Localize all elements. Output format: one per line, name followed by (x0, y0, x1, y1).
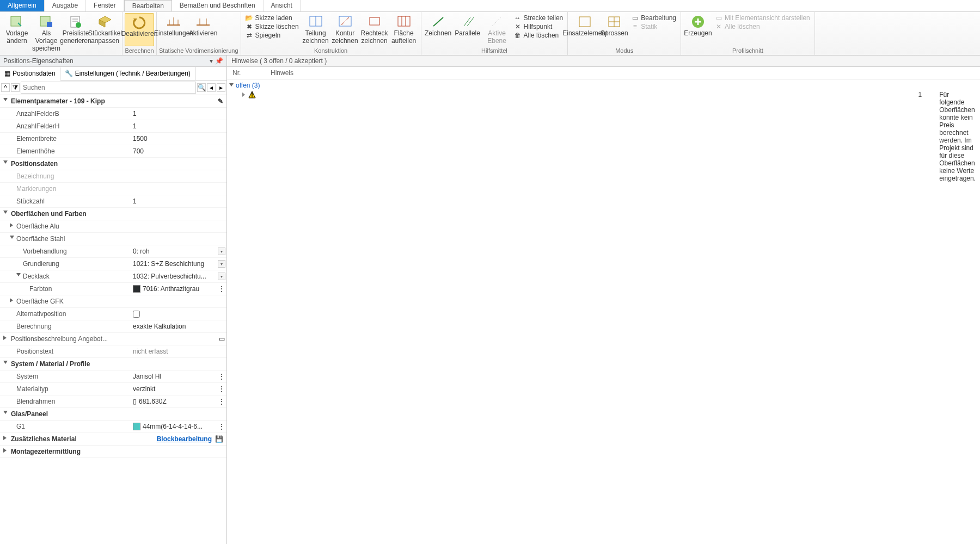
more-icon[interactable]: ⋮ (218, 398, 225, 405)
skizze-laden-button[interactable]: 📂Skizze laden (246, 14, 299, 22)
blockbearbeitung-link[interactable]: Blockbearbeitung (157, 435, 212, 443)
value-stueckzahl[interactable]: 1 (131, 195, 226, 207)
division-draw-icon (308, 14, 324, 29)
filter-button[interactable]: ⧩ (11, 83, 20, 92)
value-markierungen[interactable] (131, 183, 226, 195)
panel-pin-icon[interactable]: ▾📌 (210, 57, 223, 65)
value-elementhoehe[interactable]: 700 (131, 145, 226, 157)
vorlage-aendern-button[interactable]: Vorlage ändern (2, 13, 32, 53)
value-g1[interactable]: 44mm(6-14-4-14-6... (131, 421, 217, 432)
value-anzahlfelderb[interactable]: 1 (131, 108, 226, 120)
stueckartikel-anpassen-button[interactable]: Stückartikel anpassen (90, 13, 120, 53)
bearbeitung-button[interactable]: ▭Bearbeitung (631, 14, 676, 22)
flaeche-aufteilen-button[interactable]: Fläche aufteilen (389, 13, 419, 46)
aktive-ebene-button[interactable]: Aktive Ebene (482, 13, 512, 46)
zeichnen-button[interactable]: Zeichnen (424, 13, 453, 46)
alternativposition-checkbox[interactable] (133, 311, 140, 318)
nav-right-button[interactable]: ▸ (217, 83, 225, 92)
value-materialtyp[interactable]: verzinkt (131, 383, 217, 395)
statik-button[interactable]: ≡Statik (631, 23, 676, 30)
value-berechnung[interactable]: exakte Kalkulation (131, 320, 226, 332)
value-elementbreite[interactable]: 1500 (131, 133, 226, 145)
hint-row[interactable]: ! 1 Für folgende Oberflächen konnte kein… (231, 90, 976, 544)
collapse-button[interactable]: ^ (1, 83, 10, 92)
expand-icon[interactable] (242, 92, 245, 97)
value-decklack[interactable]: 1032: Pulverbeschichtu... (131, 270, 217, 282)
dropdown-icon[interactable] (218, 248, 225, 255)
hints-group-offen[interactable]: offen (3) (231, 81, 976, 90)
tab-ansicht[interactable]: Ansicht (264, 0, 301, 11)
hint-num: 1 (918, 91, 926, 98)
label: Deaktivieren (121, 30, 158, 38)
spiegeln-button[interactable]: ⇄Spiegeln (246, 32, 299, 39)
more-icon[interactable]: ⋮ (218, 373, 225, 380)
activate-bridge-icon (195, 14, 211, 29)
more-icon[interactable]: ⋮ (218, 423, 225, 430)
skizze-loeschen-button[interactable]: ✖Skizze löschen (246, 23, 299, 30)
alle-loeschen-profil-button[interactable]: ✕Alle löschen (715, 23, 810, 30)
label-decklack[interactable]: Decklack (0, 270, 131, 282)
rechteck-zeichnen-button[interactable]: Rechteck zeichnen (360, 13, 389, 46)
hilfspunkt-button[interactable]: ✕Hilfspunkt (514, 23, 564, 30)
search-input[interactable] (21, 82, 196, 94)
section-glas[interactable]: Glas/Paneel (0, 408, 226, 421)
section-oberflaechen[interactable]: Oberflächen und Farben (0, 208, 226, 220)
als-vorlage-speichern-button[interactable]: Als Vorlage speichern (32, 13, 61, 53)
label-oberflaeche-alu[interactable]: Oberfläche Alu (0, 220, 131, 232)
kontur-zeichnen-button[interactable]: Kontur zeichnen (330, 13, 360, 46)
value-alternativposition[interactable] (131, 308, 226, 320)
value-blendrahmen[interactable]: ▯681.630Z (131, 395, 217, 407)
mit-elementansicht-button[interactable]: ▭Mit Elementansicht darstellen (715, 14, 810, 22)
einstellungen-button[interactable]: Einstellungen (159, 13, 188, 46)
tab-ausgabe[interactable]: Ausgabe (45, 0, 86, 11)
value-vorbehandlung[interactable]: 0: roh (131, 245, 217, 257)
parallele-button[interactable]: Parallele (453, 13, 482, 46)
tab-allgemein[interactable]: Allgemein (0, 0, 45, 11)
more-icon[interactable]: ▭ (219, 335, 225, 343)
group-label-profilschnitt: Profilschnitt (683, 46, 812, 55)
value-anzahlfelderh[interactable]: 1 (131, 120, 226, 132)
label-positionsbeschreibung[interactable]: Positionsbeschreibung Angebot... (0, 333, 131, 345)
nav-left-button[interactable]: ◂ (207, 83, 216, 92)
aktivieren-button[interactable]: Aktivieren (188, 13, 218, 46)
preisliste-generieren-button[interactable]: Preisliste generieren (61, 13, 90, 53)
statik-icon: ≡ (631, 23, 639, 30)
dropdown-icon[interactable] (218, 260, 225, 268)
tab-fenster[interactable]: Fenster (86, 0, 124, 11)
panel-tab-positionsdaten[interactable]: ▦Positionsdaten (0, 67, 60, 81)
value-bezeichnung[interactable] (131, 170, 226, 182)
value-grundierung[interactable]: 1021: S+Z Beschichtung (131, 258, 217, 270)
svg-rect-20 (370, 17, 379, 25)
section-system[interactable]: System / Material / Profile (0, 358, 226, 370)
label-elementhoehe: Elementhöhe (0, 145, 131, 157)
section-zusaetzliches[interactable]: Zusätzliches MaterialBlockbearbeitung💾 (0, 433, 226, 446)
dropdown-icon[interactable] (218, 273, 225, 280)
sprossen-button[interactable]: Sprossen (599, 13, 629, 46)
tab-bearbeiten[interactable]: Bearbeiten (124, 0, 172, 11)
label: Aktive Ebene (483, 30, 511, 45)
teilung-zeichnen-button[interactable]: Teilung zeichnen (301, 13, 330, 46)
label-oberflaeche-stahl[interactable]: Oberfläche Stahl (0, 233, 131, 245)
section-montage[interactable]: Montagezeitermittlung (0, 446, 226, 458)
svg-line-26 (467, 17, 474, 26)
strecke-teilen-button[interactable]: ↔Strecke teilen (514, 14, 564, 22)
value-system[interactable]: Janisol HI (131, 370, 217, 382)
save-icon[interactable]: 💾 (215, 435, 223, 443)
search-button[interactable]: 🔍 (197, 83, 206, 92)
einsatzelement-button[interactable]: Einsatzelement (570, 13, 599, 46)
value-farbton[interactable]: 7016: Anthrazitgrau (131, 283, 217, 295)
pricelist-icon (68, 14, 84, 29)
edit-icon[interactable]: ✎ (218, 97, 223, 105)
deaktivieren-button[interactable]: Deaktivieren (125, 13, 154, 46)
section-elementparameter[interactable]: Elementparameter - 109 - Kipp✎ (0, 95, 226, 108)
more-icon[interactable]: ⋮ (218, 385, 225, 393)
value-positionstext[interactable]: nicht erfasst (131, 345, 226, 357)
label-oberflaeche-gfk[interactable]: Oberfläche GFK (0, 295, 131, 307)
section-positionsdaten[interactable]: Positionsdaten (0, 158, 226, 170)
erzeugen-button[interactable]: Erzeugen (683, 13, 713, 46)
panel-tab-einstellungen[interactable]: 🔧Einstellungen (Technik / Bearbeitungen) (60, 67, 195, 80)
label-vorbehandlung: Vorbehandlung (0, 245, 131, 257)
more-icon[interactable]: ⋮ (218, 285, 225, 293)
tab-bemassen[interactable]: Bemaßen und Beschriften (172, 0, 264, 11)
alle-loeschen-hilfsmittel-button[interactable]: 🗑Alle löschen (514, 32, 564, 39)
